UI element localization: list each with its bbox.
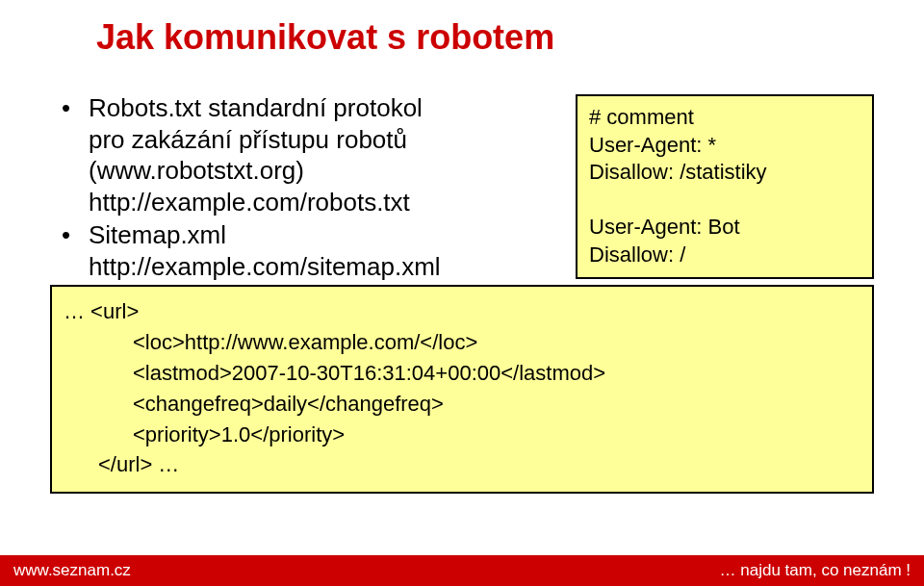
- bullet-text: Sitemap.xml: [89, 220, 226, 249]
- code-line: User-Agent: Bot: [589, 214, 860, 242]
- bullet-text: Robots.txt standardní protokol: [89, 93, 423, 122]
- code-line: Disallow: /: [589, 242, 860, 269]
- code-line: … <url>: [64, 296, 860, 327]
- code-line: </url> …: [64, 449, 860, 480]
- code-line: User-Agent: *: [589, 132, 860, 160]
- bullet-text: http://example.com/robots.txt: [89, 188, 410, 217]
- code-line: <changefreq>daily</changefreq>: [64, 389, 860, 420]
- code-line: <priority>1.0</priority>: [64, 420, 860, 450]
- code-line: <loc>http://www.example.com/</loc>: [64, 327, 860, 358]
- code-line: [589, 187, 860, 215]
- code-line: Disallow: /statistiky: [589, 159, 860, 187]
- bullet-text: pro zakázání přístupu robotů: [89, 125, 407, 154]
- bullet-text: http://example.com/sitemap.xml: [89, 252, 441, 281]
- slide-title: Jak komunikovat s robotem: [0, 0, 924, 58]
- footer-right: … najdu tam, co neznám !: [720, 561, 911, 580]
- sitemap-xml-box: … <url> <loc>http://www.example.com/</lo…: [50, 285, 874, 494]
- footer-left: www.seznam.cz: [13, 561, 131, 580]
- code-line: <lastmod>2007-10-30T16:31:04+00:00</last…: [64, 358, 860, 389]
- bullet-text: (www.robotstxt.org): [89, 156, 304, 185]
- code-line: # comment: [589, 104, 860, 132]
- robots-txt-box: # comment User-Agent: * Disallow: /stati…: [576, 94, 874, 279]
- footer: www.seznam.cz … najdu tam, co neznám !: [0, 555, 924, 586]
